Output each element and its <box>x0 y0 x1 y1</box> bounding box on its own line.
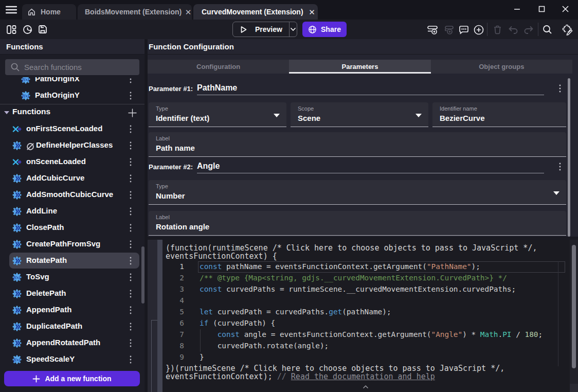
parameter-name-input[interactable]: Angle <box>197 162 220 171</box>
window-maximize-button[interactable] <box>535 3 548 14</box>
add-function-button[interactable]: Add a new function <box>4 371 140 386</box>
add-circle-button[interactable] <box>473 24 484 35</box>
events-sheet: (function(runtimeScene /* Click here to … <box>148 240 578 392</box>
tab-curvedmovement[interactable]: CurvedMovement (Extension) ✕ <box>193 4 318 20</box>
input-label[interactable]: LabelPath name <box>149 132 566 157</box>
version-history-button[interactable] <box>22 24 33 35</box>
function-list-item-closepath[interactable]: ClosePath <box>0 220 144 236</box>
item-menu-button[interactable] <box>126 157 135 167</box>
function-list-item-tosvg[interactable]: ToSvg <box>0 269 144 286</box>
add-function-icon-button[interactable] <box>127 107 138 118</box>
select-scope[interactable]: ScopeScene <box>291 102 428 127</box>
item-menu-button[interactable] <box>126 190 135 200</box>
preview-options-button[interactable] <box>290 27 297 31</box>
code-line-4[interactable]: 4 <box>162 295 558 307</box>
code-line-3[interactable]: 3const curvedPaths = runtimeScene.__curv… <box>162 284 558 295</box>
close-tab-icon[interactable]: ✕ <box>307 7 317 17</box>
add-event-button[interactable] <box>426 24 438 35</box>
tab-parameters[interactable]: Parameters <box>289 60 430 74</box>
code-line-9[interactable]: 9} <box>162 352 558 363</box>
documentation-link[interactable]: Read the documentation and help <box>291 372 435 381</box>
function-list-item-addsmoothcubiccurve[interactable]: AddSmoothCubicCurve <box>0 187 144 203</box>
parameter-menu-button[interactable] <box>555 83 565 94</box>
panels-icon <box>6 24 17 35</box>
code-line-8[interactable]: 8 curvedPath.rotate(angle); <box>162 341 558 352</box>
function-list-item-addcubiccurve[interactable]: AddCubicCurve <box>0 170 144 187</box>
item-menu-button[interactable] <box>126 306 135 315</box>
open-panels-button[interactable] <box>6 24 17 35</box>
item-menu-button[interactable] <box>126 355 135 364</box>
item-menu-button[interactable] <box>126 91 135 100</box>
code-scrollbar[interactable] <box>572 245 576 368</box>
code-line-1[interactable]: 1const pathName = eventsFunctionContext.… <box>162 261 558 273</box>
item-menu-button[interactable] <box>126 322 135 331</box>
search-input[interactable] <box>24 63 127 72</box>
tab-configuration[interactable]: Configuration <box>148 60 289 74</box>
add-comment-button[interactable] <box>458 24 469 35</box>
function-list-item-speedscaley[interactable]: SpeedScaleY <box>0 351 144 368</box>
item-menu-button[interactable] <box>126 240 135 249</box>
item-menu-button[interactable] <box>126 223 135 233</box>
function-list-item-appendrotatedpath[interactable]: AppendRotatedPath <box>0 335 144 351</box>
tab-object-groups[interactable]: Object groups <box>431 60 572 74</box>
input-identifier-name[interactable]: Identifier nameBezierCurve <box>432 102 566 127</box>
item-menu-button[interactable] <box>126 174 135 183</box>
search-box[interactable] <box>5 59 139 75</box>
function-list-item-onsceneloaded[interactable]: onSceneLoaded <box>0 154 144 170</box>
code-line-7[interactable]: 7 const angle = eventsFunctionContext.ge… <box>162 329 558 341</box>
select-type[interactable]: TypeIdentifier (text) <box>149 102 286 127</box>
line-number: 7 <box>162 330 184 338</box>
close-tab-icon[interactable]: ✕ <box>185 7 192 17</box>
redo-button[interactable] <box>522 24 534 35</box>
item-menu-button[interactable] <box>126 338 135 348</box>
function-name: AddCubicCurve <box>26 173 84 182</box>
field-label: Scope <box>298 105 314 112</box>
function-list-item-addline[interactable]: AddLine <box>0 203 144 220</box>
delete-button[interactable] <box>492 24 503 35</box>
save-button[interactable] <box>37 24 48 35</box>
share-button[interactable]: Share <box>302 22 347 37</box>
collapse-caret-icon[interactable] <box>4 111 9 114</box>
event-drag-handle[interactable] <box>157 240 162 392</box>
item-menu-button[interactable] <box>126 289 135 298</box>
code-footer-line: eventsFunctionContext); // Read the docu… <box>166 372 562 381</box>
parameters-scrollbar[interactable] <box>568 78 570 237</box>
code-wrapper-header[interactable]: (function(runtimeScene /* Click here to … <box>166 244 562 260</box>
undo-button[interactable] <box>507 24 519 35</box>
main-menu-button[interactable] <box>5 6 17 14</box>
item-menu-button[interactable] <box>126 256 135 265</box>
functions-group-header[interactable]: Functions <box>0 104 144 121</box>
function-list-item-deletepath[interactable]: DeletePath <box>0 286 144 302</box>
item-menu-button[interactable] <box>126 77 135 84</box>
select-type[interactable]: TypeNumber <box>149 180 566 205</box>
function-list-item-onfirstsceneloaded[interactable]: onFirstSceneLoaded <box>0 121 144 137</box>
code-line-5[interactable]: 5let curvedPath = curvedPaths.get(pathNa… <box>162 307 558 318</box>
function-list-item-definehelperclasses[interactable]: DefineHelperClasses <box>0 137 144 154</box>
item-menu-button[interactable] <box>126 207 135 216</box>
preview-button[interactable]: Preview <box>232 22 297 37</box>
item-menu-button[interactable] <box>126 124 135 134</box>
function-list-item-pathoriginy[interactable]: PathOriginY <box>0 87 144 104</box>
function-list-item-pathoriginx[interactable]: PathOriginX <box>0 77 144 87</box>
function-list-item-rotatepath[interactable]: RotatePath <box>0 253 144 269</box>
code-line-2[interactable]: 2/** @type {Map<string, gdjs.__curvedMov… <box>162 273 558 284</box>
function-list-item-duplicatedpath[interactable]: DuplicatedPath <box>0 318 144 335</box>
code-line-6[interactable]: 6if (curvedPath) { <box>162 318 558 329</box>
search-button[interactable] <box>541 24 553 35</box>
code-wrapper-footer[interactable]: })(runtimeScene /* Click here to choose … <box>166 364 562 381</box>
function-list-item-createpathfromsvg[interactable]: CreatePathFromSvg <box>0 236 144 253</box>
tab-label: CurvedMovement (Extension) <box>202 8 303 16</box>
input-label[interactable]: LabelRotation angle <box>149 211 566 236</box>
collapse-chevron-icon[interactable] <box>363 385 369 389</box>
window-minimize-button[interactable] <box>510 3 523 14</box>
add-subevent-button[interactable] <box>442 24 454 35</box>
parameter-name-input[interactable]: PathName <box>197 83 237 93</box>
tab-boidsmovement[interactable]: BoidsMovement (Extension) ✕ <box>78 4 192 20</box>
item-menu-button[interactable] <box>126 273 135 282</box>
parameter-menu-button[interactable] <box>555 162 565 172</box>
tab-home[interactable]: Home <box>22 4 76 20</box>
item-menu-button[interactable] <box>126 141 135 150</box>
function-list-item-appendpath[interactable]: AppendPath <box>0 302 144 318</box>
window-close-button[interactable] <box>558 3 572 14</box>
edit-extension-button[interactable] <box>561 24 573 35</box>
